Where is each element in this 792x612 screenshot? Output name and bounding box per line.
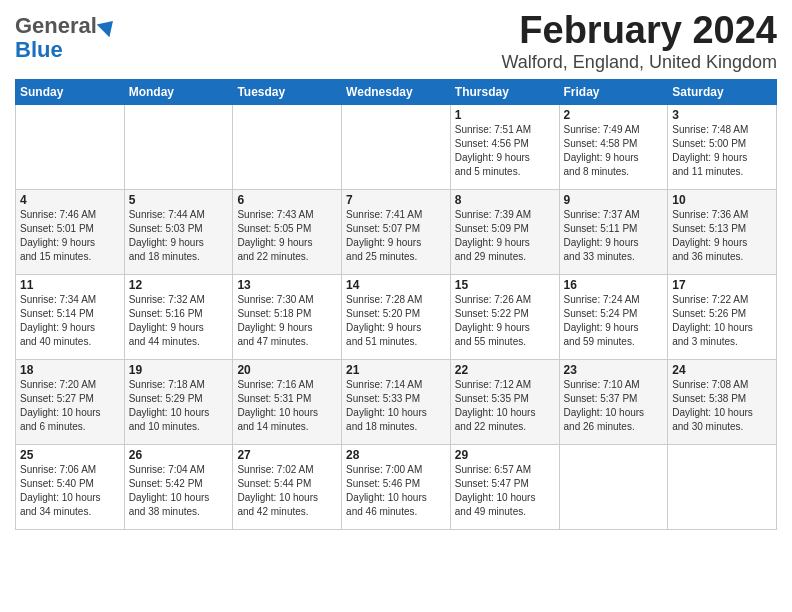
day-number: 27 [237,448,337,462]
day-info: Sunrise: 7:16 AM Sunset: 5:31 PM Dayligh… [237,378,337,434]
calendar-cell: 14Sunrise: 7:28 AM Sunset: 5:20 PM Dayli… [342,274,451,359]
day-number: 23 [564,363,664,377]
day-number: 1 [455,108,555,122]
calendar-cell: 10Sunrise: 7:36 AM Sunset: 5:13 PM Dayli… [668,189,777,274]
calendar-cell [668,444,777,529]
month-title: February 2024 [502,10,777,52]
day-number: 15 [455,278,555,292]
calendar-cell [16,104,125,189]
day-info: Sunrise: 7:22 AM Sunset: 5:26 PM Dayligh… [672,293,772,349]
logo-general: General [15,14,97,38]
day-info: Sunrise: 7:46 AM Sunset: 5:01 PM Dayligh… [20,208,120,264]
calendar-cell: 7Sunrise: 7:41 AM Sunset: 5:07 PM Daylig… [342,189,451,274]
day-info: Sunrise: 7:08 AM Sunset: 5:38 PM Dayligh… [672,378,772,434]
day-info: Sunrise: 7:04 AM Sunset: 5:42 PM Dayligh… [129,463,229,519]
calendar-cell: 25Sunrise: 7:06 AM Sunset: 5:40 PM Dayli… [16,444,125,529]
day-info: Sunrise: 7:43 AM Sunset: 5:05 PM Dayligh… [237,208,337,264]
day-number: 14 [346,278,446,292]
day-info: Sunrise: 7:30 AM Sunset: 5:18 PM Dayligh… [237,293,337,349]
day-info: Sunrise: 7:36 AM Sunset: 5:13 PM Dayligh… [672,208,772,264]
day-info: Sunrise: 7:18 AM Sunset: 5:29 PM Dayligh… [129,378,229,434]
calendar-cell: 24Sunrise: 7:08 AM Sunset: 5:38 PM Dayli… [668,359,777,444]
day-info: Sunrise: 6:57 AM Sunset: 5:47 PM Dayligh… [455,463,555,519]
calendar-cell: 8Sunrise: 7:39 AM Sunset: 5:09 PM Daylig… [450,189,559,274]
calendar-week-row: 1Sunrise: 7:51 AM Sunset: 4:56 PM Daylig… [16,104,777,189]
day-number: 21 [346,363,446,377]
calendar-week-row: 25Sunrise: 7:06 AM Sunset: 5:40 PM Dayli… [16,444,777,529]
calendar-cell: 21Sunrise: 7:14 AM Sunset: 5:33 PM Dayli… [342,359,451,444]
title-area: February 2024 Walford, England, United K… [502,10,777,73]
day-info: Sunrise: 7:20 AM Sunset: 5:27 PM Dayligh… [20,378,120,434]
logo-triangle-icon [97,15,120,38]
day-info: Sunrise: 7:26 AM Sunset: 5:22 PM Dayligh… [455,293,555,349]
day-info: Sunrise: 7:37 AM Sunset: 5:11 PM Dayligh… [564,208,664,264]
day-info: Sunrise: 7:44 AM Sunset: 5:03 PM Dayligh… [129,208,229,264]
day-info: Sunrise: 7:12 AM Sunset: 5:35 PM Dayligh… [455,378,555,434]
location-title: Walford, England, United Kingdom [502,52,777,73]
header: General Blue February 2024 Walford, Engl… [15,10,777,73]
day-number: 24 [672,363,772,377]
day-number: 25 [20,448,120,462]
calendar-cell [342,104,451,189]
calendar-week-row: 11Sunrise: 7:34 AM Sunset: 5:14 PM Dayli… [16,274,777,359]
col-header-monday: Monday [124,79,233,104]
calendar-cell: 17Sunrise: 7:22 AM Sunset: 5:26 PM Dayli… [668,274,777,359]
day-number: 28 [346,448,446,462]
day-number: 13 [237,278,337,292]
calendar-cell: 12Sunrise: 7:32 AM Sunset: 5:16 PM Dayli… [124,274,233,359]
calendar-cell: 20Sunrise: 7:16 AM Sunset: 5:31 PM Dayli… [233,359,342,444]
col-header-saturday: Saturday [668,79,777,104]
calendar-cell: 28Sunrise: 7:00 AM Sunset: 5:46 PM Dayli… [342,444,451,529]
day-info: Sunrise: 7:51 AM Sunset: 4:56 PM Dayligh… [455,123,555,179]
day-info: Sunrise: 7:28 AM Sunset: 5:20 PM Dayligh… [346,293,446,349]
day-number: 12 [129,278,229,292]
day-info: Sunrise: 7:24 AM Sunset: 5:24 PM Dayligh… [564,293,664,349]
calendar-cell: 2Sunrise: 7:49 AM Sunset: 4:58 PM Daylig… [559,104,668,189]
logo: General Blue [15,14,117,62]
day-number: 29 [455,448,555,462]
day-info: Sunrise: 7:41 AM Sunset: 5:07 PM Dayligh… [346,208,446,264]
col-header-tuesday: Tuesday [233,79,342,104]
calendar-cell: 15Sunrise: 7:26 AM Sunset: 5:22 PM Dayli… [450,274,559,359]
col-header-friday: Friday [559,79,668,104]
calendar-cell: 26Sunrise: 7:04 AM Sunset: 5:42 PM Dayli… [124,444,233,529]
col-header-wednesday: Wednesday [342,79,451,104]
day-info: Sunrise: 7:39 AM Sunset: 5:09 PM Dayligh… [455,208,555,264]
day-number: 17 [672,278,772,292]
calendar-cell: 4Sunrise: 7:46 AM Sunset: 5:01 PM Daylig… [16,189,125,274]
day-number: 18 [20,363,120,377]
calendar-cell: 22Sunrise: 7:12 AM Sunset: 5:35 PM Dayli… [450,359,559,444]
day-info: Sunrise: 7:49 AM Sunset: 4:58 PM Dayligh… [564,123,664,179]
calendar-table: SundayMondayTuesdayWednesdayThursdayFrid… [15,79,777,530]
day-info: Sunrise: 7:34 AM Sunset: 5:14 PM Dayligh… [20,293,120,349]
calendar-cell: 27Sunrise: 7:02 AM Sunset: 5:44 PM Dayli… [233,444,342,529]
day-info: Sunrise: 7:14 AM Sunset: 5:33 PM Dayligh… [346,378,446,434]
calendar-cell: 13Sunrise: 7:30 AM Sunset: 5:18 PM Dayli… [233,274,342,359]
calendar-cell: 18Sunrise: 7:20 AM Sunset: 5:27 PM Dayli… [16,359,125,444]
day-number: 7 [346,193,446,207]
day-number: 5 [129,193,229,207]
col-header-sunday: Sunday [16,79,125,104]
day-number: 16 [564,278,664,292]
calendar-week-row: 4Sunrise: 7:46 AM Sunset: 5:01 PM Daylig… [16,189,777,274]
day-info: Sunrise: 7:06 AM Sunset: 5:40 PM Dayligh… [20,463,120,519]
calendar-cell: 23Sunrise: 7:10 AM Sunset: 5:37 PM Dayli… [559,359,668,444]
day-info: Sunrise: 7:00 AM Sunset: 5:46 PM Dayligh… [346,463,446,519]
calendar-cell [559,444,668,529]
calendar-cell [233,104,342,189]
calendar-cell: 19Sunrise: 7:18 AM Sunset: 5:29 PM Dayli… [124,359,233,444]
calendar-cell: 11Sunrise: 7:34 AM Sunset: 5:14 PM Dayli… [16,274,125,359]
calendar-week-row: 18Sunrise: 7:20 AM Sunset: 5:27 PM Dayli… [16,359,777,444]
col-header-thursday: Thursday [450,79,559,104]
calendar-cell: 16Sunrise: 7:24 AM Sunset: 5:24 PM Dayli… [559,274,668,359]
day-number: 19 [129,363,229,377]
calendar-cell: 3Sunrise: 7:48 AM Sunset: 5:00 PM Daylig… [668,104,777,189]
calendar-cell: 1Sunrise: 7:51 AM Sunset: 4:56 PM Daylig… [450,104,559,189]
day-info: Sunrise: 7:48 AM Sunset: 5:00 PM Dayligh… [672,123,772,179]
day-number: 9 [564,193,664,207]
day-number: 8 [455,193,555,207]
day-number: 6 [237,193,337,207]
day-number: 11 [20,278,120,292]
day-number: 10 [672,193,772,207]
calendar-cell: 5Sunrise: 7:44 AM Sunset: 5:03 PM Daylig… [124,189,233,274]
